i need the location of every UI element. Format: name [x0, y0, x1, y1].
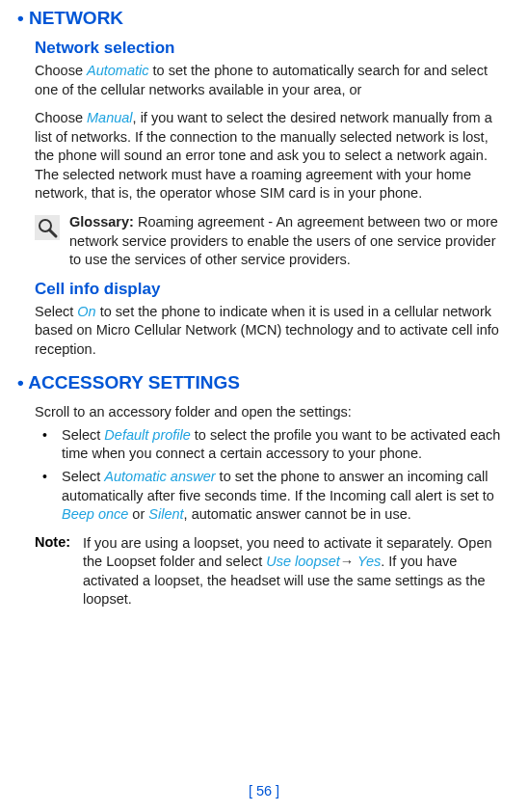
glossary-label: Glossary:	[69, 214, 134, 230]
term-automatic: Automatic	[87, 63, 148, 78]
bullet: •	[17, 8, 24, 28]
paragraph-manual: Choose Manual, if you want to select the…	[35, 109, 511, 203]
list-item: Select Automatic answer to set the phone…	[35, 468, 511, 525]
glossary-body: Roaming agreement - An agreement between…	[69, 214, 498, 267]
page-number: [ 56 ]	[0, 783, 528, 798]
subheading-network-selection: Network selection	[35, 39, 511, 58]
note-text: If you are using a loopset, you need to …	[83, 534, 511, 609]
accessory-bullet-list: Select Default profile to select the pro…	[35, 426, 511, 525]
accessory-intro: Scroll to an accessory folder and open t…	[35, 403, 511, 422]
text: or	[128, 506, 148, 522]
magnifier-icon	[35, 215, 60, 243]
text: Select	[62, 469, 104, 484]
term-automatic-answer: Automatic answer	[104, 469, 215, 484]
glossary-text: Glossary: Roaming agreement - An agreeme…	[69, 213, 511, 270]
term-on: On	[77, 304, 95, 319]
text: Select	[62, 427, 104, 443]
term-yes: Yes	[354, 554, 381, 569]
bullet: •	[17, 372, 24, 392]
term-beep-once: Beep once	[62, 506, 128, 522]
text: Choose	[35, 63, 87, 78]
accessory-section-body: Scroll to an accessory folder and open t…	[35, 403, 511, 609]
text: Choose	[35, 110, 87, 125]
paragraph-automatic: Choose Automatic to set the phone to aut…	[35, 62, 511, 99]
note-block: Note: If you are using a loopset, you ne…	[35, 534, 511, 609]
text: to set the phone to indicate when it is …	[35, 304, 499, 357]
section-title: ACCESSORY SETTINGS	[28, 372, 240, 392]
term-use-loopset: Use loopset	[266, 554, 340, 569]
section-heading-accessory: • ACCESSORY SETTINGS	[17, 372, 511, 393]
term-manual: Manual	[87, 110, 133, 125]
text: , automatic answer cannot be in use.	[184, 506, 411, 522]
arrow-icon: →	[340, 554, 355, 569]
list-item: Select Default profile to select the pro…	[35, 426, 511, 464]
section-title: NETWORK	[29, 8, 123, 28]
note-label: Note:	[35, 534, 83, 550]
term-default-profile: Default profile	[104, 427, 190, 443]
text: Select	[35, 304, 77, 319]
paragraph-cell-info: Select On to set the phone to indicate w…	[35, 303, 511, 360]
term-silent: Silent	[148, 506, 183, 522]
section-heading-network: • NETWORK	[17, 8, 511, 29]
subheading-cell-info: Cell info display	[35, 280, 511, 299]
glossary-block: Glossary: Roaming agreement - An agreeme…	[35, 213, 511, 270]
network-section-body: Network selection Choose Automatic to se…	[35, 39, 511, 359]
